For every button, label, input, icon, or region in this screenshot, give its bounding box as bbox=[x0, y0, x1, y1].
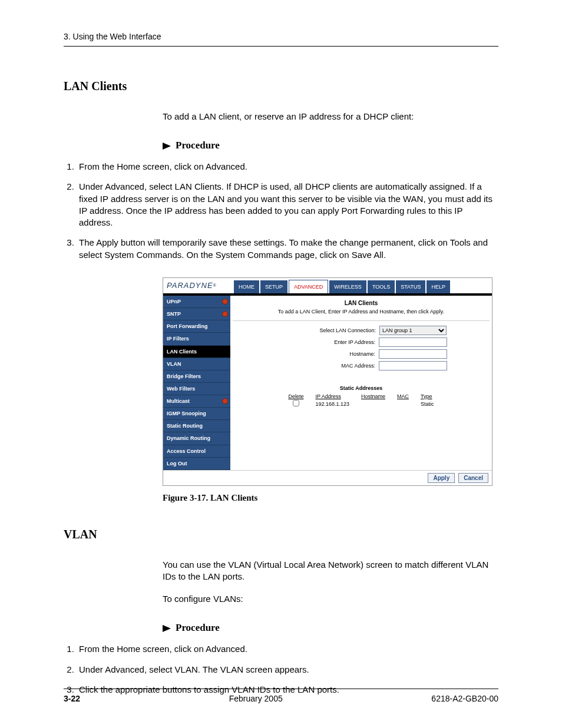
col-mac: MAC bbox=[391, 393, 415, 400]
section2-steps: From the Home screen, click on Advanced.… bbox=[64, 643, 498, 696]
col-ip-address: IP Address bbox=[309, 393, 355, 400]
status-dot-icon bbox=[222, 311, 228, 317]
tab-help[interactable]: HELP bbox=[427, 280, 450, 293]
select-lan-connection-label: Select LAN Connection: bbox=[276, 327, 376, 334]
figure-caption: Figure 3-17. LAN Clients bbox=[163, 492, 498, 504]
footer-doc-id: 6218-A2-GB20-00 bbox=[431, 694, 498, 703]
footer-page-number: 3-22 bbox=[64, 694, 80, 703]
sidebar-item-ip-filters[interactable]: IP Filters bbox=[163, 333, 230, 345]
sidebar-item-lan-clients[interactable]: LAN Clients bbox=[163, 346, 230, 358]
cell-ip: 192.168.1.123 bbox=[309, 400, 355, 408]
sidebar-item-static-routing[interactable]: Static Routing bbox=[163, 420, 230, 432]
sidebar-item-dynamic-routing[interactable]: Dynamic Routing bbox=[163, 432, 230, 445]
page-footer: 3-22 February 2005 6218-A2-GB20-00 bbox=[64, 689, 498, 703]
panel-title: LAN Clients bbox=[233, 296, 490, 309]
top-tabs: HOMESETUPADVANCEDWIRELESSTOOLSSTATUSHELP bbox=[234, 278, 492, 293]
section2-intro1: You can use the VLAN (Virtual Local Area… bbox=[163, 559, 498, 583]
section-title-vlan: VLAN bbox=[64, 528, 498, 541]
procedure-label: Procedure bbox=[176, 621, 220, 635]
hostname-label: Hostname: bbox=[275, 350, 375, 358]
tab-advanced[interactable]: ADVANCED bbox=[289, 280, 328, 293]
tab-home[interactable]: HOME bbox=[234, 280, 259, 293]
static-addresses-table: Delete IP Address Hostname MAC Type 192.… bbox=[282, 393, 439, 408]
cell-type: Static bbox=[415, 400, 440, 408]
apply-button[interactable]: Apply bbox=[428, 473, 455, 484]
svg-marker-0 bbox=[163, 143, 171, 150]
running-header: 3. Using the Web Interface bbox=[64, 32, 498, 47]
lan-clients-panel: LAN Clients To add a LAN Client, Enter I… bbox=[230, 296, 492, 470]
status-dot-icon bbox=[222, 398, 228, 404]
col-type: Type bbox=[415, 393, 440, 400]
triangle-right-icon bbox=[163, 143, 171, 150]
triangle-right-icon bbox=[163, 625, 171, 632]
mac-address-label: MAC Address: bbox=[275, 362, 375, 369]
col-hostname: Hostname bbox=[355, 393, 391, 400]
footer-date: February 2005 bbox=[229, 694, 283, 703]
delete-checkbox[interactable] bbox=[293, 400, 299, 406]
section1-step-1: From the Home screen, click on Advanced. bbox=[77, 161, 498, 173]
sidebar-item-log-out[interactable]: Log Out bbox=[163, 458, 230, 470]
sidebar-item-vlan[interactable]: VLAN bbox=[163, 358, 230, 370]
select-lan-connection[interactable]: LAN group 1 bbox=[379, 326, 447, 335]
enter-ip-address-input[interactable] bbox=[379, 337, 447, 347]
sidebar-item-bridge-filters[interactable]: Bridge Filters bbox=[163, 370, 230, 383]
sidebar-item-access-control[interactable]: Access Control bbox=[163, 445, 230, 458]
panel-subtitle: To add a LAN Client, Enter IP Address an… bbox=[233, 308, 490, 320]
section1-step-2: Under Advanced, select LAN Clients. If D… bbox=[77, 181, 498, 229]
tab-tools[interactable]: TOOLS bbox=[368, 280, 395, 293]
cancel-button[interactable]: Cancel bbox=[458, 473, 488, 484]
sidebar-item-igmp-snooping[interactable]: IGMP Snooping bbox=[163, 408, 230, 420]
procedure-label: Procedure bbox=[176, 139, 220, 153]
status-dot-icon bbox=[222, 299, 228, 305]
section-title-lan-clients: LAN Clients bbox=[64, 80, 498, 93]
mac-address-input[interactable] bbox=[379, 361, 447, 370]
router-ui-window: PARADYNE® HOMESETUPADVANCEDWIRELESSTOOLS… bbox=[163, 277, 492, 486]
tab-setup[interactable]: SETUP bbox=[260, 280, 287, 293]
hostname-input[interactable] bbox=[379, 349, 447, 359]
sidebar-item-multicast[interactable]: Multicast bbox=[163, 395, 230, 408]
enter-ip-address-label: Enter IP Address: bbox=[275, 339, 375, 346]
cell-mac bbox=[391, 400, 415, 408]
section2-intro2: To configure VLANs: bbox=[163, 593, 498, 605]
sidebar-item-web-filters[interactable]: Web Filters bbox=[163, 383, 230, 395]
tab-status[interactable]: STATUS bbox=[396, 280, 425, 293]
section1-intro: To add a LAN client, or reserve an IP ad… bbox=[163, 111, 498, 123]
section2-step-1: From the Home screen, click on Advanced. bbox=[77, 643, 498, 655]
section1-steps: From the Home screen, click on Advanced.… bbox=[64, 161, 498, 261]
table-row: 192.168.1.123 Static bbox=[282, 400, 439, 408]
cell-hostname bbox=[355, 400, 391, 408]
advanced-sidebar: UPnPSNTPPort ForwardingIP FiltersLAN Cli… bbox=[163, 296, 230, 470]
section2-step-2: Under Advanced, select VLAN. The VLAN sc… bbox=[77, 664, 498, 676]
section1-step-3: The Apply button will temporarily save t… bbox=[77, 237, 498, 261]
sidebar-item-upnp[interactable]: UPnP bbox=[163, 296, 230, 308]
sidebar-item-port-forwarding[interactable]: Port Forwarding bbox=[163, 320, 230, 333]
svg-marker-1 bbox=[163, 625, 171, 632]
col-delete: Delete bbox=[282, 393, 309, 400]
tab-wireless[interactable]: WIRELESS bbox=[329, 280, 366, 293]
static-addresses-title: Static Addresses bbox=[233, 385, 490, 392]
brand-logo: PARADYNE® bbox=[163, 278, 234, 293]
sidebar-item-sntp[interactable]: SNTP bbox=[163, 308, 230, 320]
